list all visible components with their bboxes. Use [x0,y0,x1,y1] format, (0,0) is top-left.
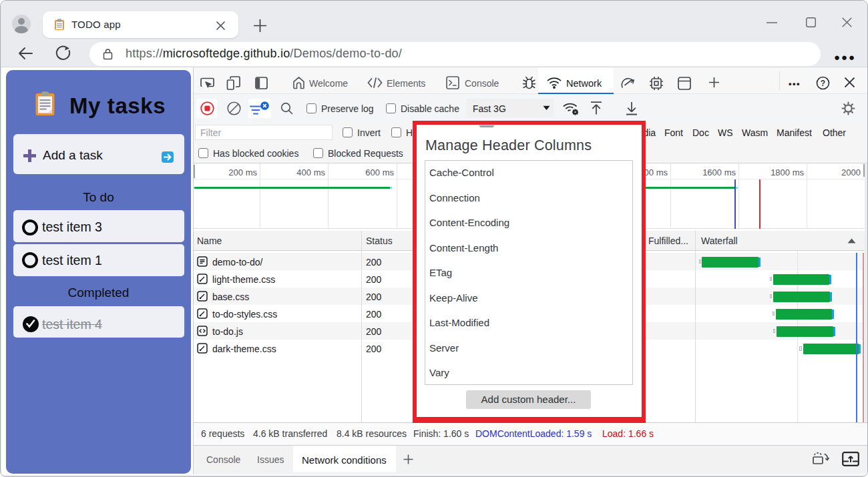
svg-text:?: ? [821,79,825,88]
